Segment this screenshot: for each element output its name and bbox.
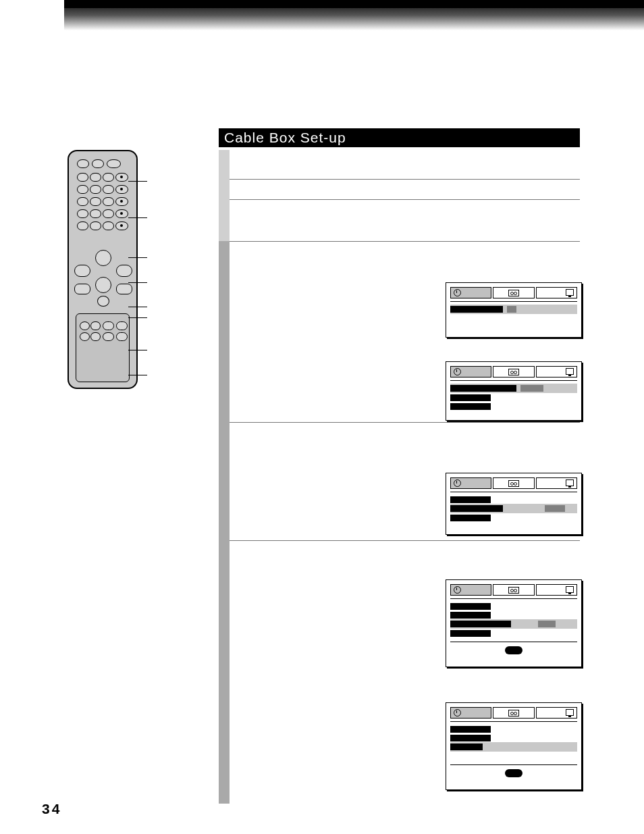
osd-value <box>538 621 556 627</box>
osd-label <box>450 505 503 512</box>
remote-btn <box>92 159 104 168</box>
keypad-button <box>103 173 114 182</box>
osd-label <box>450 496 491 503</box>
osd-tab <box>450 366 491 377</box>
clock-icon <box>454 709 461 716</box>
osd-label <box>450 735 491 741</box>
page-number: 34 <box>42 801 61 817</box>
clock-icon <box>454 586 461 594</box>
remote-btn <box>103 332 114 341</box>
osd-tab-row <box>450 287 577 298</box>
separator <box>450 492 577 492</box>
remote-btn <box>90 332 101 341</box>
separator <box>450 721 577 722</box>
osd-row <box>450 504 577 513</box>
clock-icon <box>454 368 461 375</box>
keypad-button <box>115 173 128 182</box>
osd-tab-row <box>450 584 577 596</box>
callout-line <box>128 375 147 375</box>
nav-down-button <box>95 277 111 293</box>
step-divider <box>230 540 580 541</box>
osd-action-pill <box>505 769 522 777</box>
osd-tab <box>536 707 577 719</box>
tv-icon <box>566 479 574 486</box>
separator <box>450 301 577 302</box>
osd-tab <box>493 366 534 377</box>
osd-row <box>450 402 577 411</box>
osd-tab <box>536 287 577 298</box>
osd-label <box>450 306 503 313</box>
keypad-button <box>90 185 101 194</box>
keypad-button <box>77 221 88 230</box>
osd-screen <box>446 361 582 421</box>
osd-row <box>450 733 577 742</box>
keypad-button <box>103 221 114 230</box>
step-divider <box>230 179 580 180</box>
osd-tab <box>493 584 534 596</box>
tape-icon <box>508 587 519 594</box>
step-divider <box>230 241 580 242</box>
osd-label <box>450 603 491 610</box>
remote-btn <box>103 321 114 330</box>
separator <box>450 598 577 599</box>
osd-row <box>450 305 577 314</box>
remote-diagram <box>68 150 138 389</box>
section-title-bar: Cable Box Set-up <box>219 128 580 147</box>
osd-label <box>450 726 491 733</box>
osd-tab <box>493 477 534 489</box>
osd-screen <box>446 282 582 338</box>
remote-btn <box>77 159 89 168</box>
osd-row <box>450 752 577 760</box>
callout-line <box>128 307 147 307</box>
tv-icon <box>566 709 574 716</box>
osd-tab-row <box>450 707 577 719</box>
osd-action-pill <box>505 646 522 654</box>
osd-row <box>450 602 577 610</box>
step-bar-dark <box>219 241 230 804</box>
osd-tab-row <box>450 366 577 377</box>
osd-label <box>450 621 511 627</box>
osd-row <box>450 495 577 504</box>
keypad-button <box>115 209 128 218</box>
remote-btn <box>116 332 128 341</box>
keypad-button <box>77 209 88 218</box>
separator <box>450 764 577 765</box>
keypad-button <box>90 209 101 218</box>
osd-tab <box>536 477 577 489</box>
keypad-button <box>77 197 88 206</box>
osd-value <box>520 385 543 392</box>
tv-icon <box>566 289 574 296</box>
header-strip <box>64 0 644 8</box>
remote-btn <box>80 332 90 341</box>
remote-btn <box>107 159 121 168</box>
osd-screen <box>446 702 582 790</box>
osd-label <box>450 385 516 392</box>
callout-line <box>128 217 147 218</box>
osd-label <box>450 515 491 521</box>
osd-label <box>450 744 483 750</box>
osd-tab-row <box>450 477 577 489</box>
tape-icon <box>508 480 519 487</box>
osd-tab <box>450 287 491 298</box>
osd-tab <box>450 584 491 596</box>
remote-btn <box>116 284 132 294</box>
osd-screen <box>446 473 582 535</box>
keypad-button <box>115 221 128 230</box>
remote-btn <box>74 284 90 294</box>
remote-btn <box>97 296 109 307</box>
osd-row <box>450 384 577 393</box>
keypad-button <box>77 173 88 182</box>
clock-icon <box>454 289 461 296</box>
callout-line <box>128 317 147 318</box>
nav-left-button <box>74 265 90 277</box>
osd-label <box>450 394 491 401</box>
osd-tab <box>536 584 577 596</box>
osd-tab <box>450 707 491 719</box>
nav-up-button <box>95 250 111 266</box>
step-divider <box>230 199 580 200</box>
osd-screen <box>446 579 582 667</box>
osd-tab <box>450 477 491 489</box>
tv-icon <box>566 586 574 593</box>
osd-row <box>450 513 577 522</box>
osd-value <box>507 306 516 313</box>
